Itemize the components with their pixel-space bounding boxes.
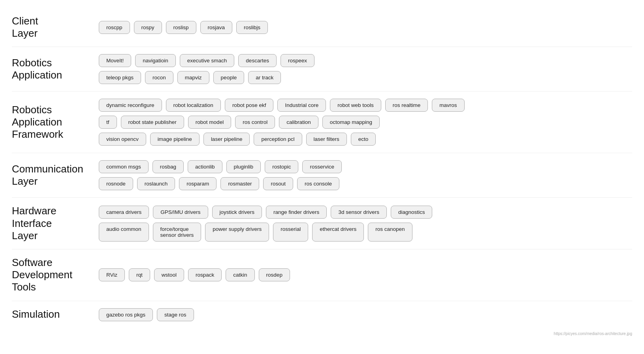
chip-joystick-drivers[interactable]: joystick drivers bbox=[212, 206, 262, 219]
chip-row-client-0: roscpprospyroslisprosjavaroslibjs bbox=[99, 21, 268, 34]
chip-roslaunch[interactable]: roslaunch bbox=[137, 177, 175, 190]
chip-rostopic[interactable]: rostopic bbox=[265, 160, 298, 173]
layer-robotics-application-framework: Robotics Application Frameworkdynamic re… bbox=[12, 92, 632, 153]
chip-descartes[interactable]: descartes bbox=[238, 54, 277, 67]
chip-dynamic-reconfigure[interactable]: dynamic reconfigure bbox=[99, 99, 162, 112]
chip-row-communication-1: rosnoderoslaunchrosparamrosmasterrosoutr… bbox=[99, 177, 342, 190]
chip-executive-smach[interactable]: executive smach bbox=[180, 54, 235, 67]
chip-force/torque-sensor-drivers[interactable]: force/torque sensor drivers bbox=[153, 223, 201, 242]
chip-perception-pcl[interactable]: perception pcl bbox=[254, 133, 302, 146]
chip-row-simulation-0: gazebo ros pkgsstage ros bbox=[99, 308, 194, 321]
chip-row-hardware-interface-0: camera driversGPS/IMU driversjoystick dr… bbox=[99, 206, 432, 219]
layer-client: Client Layerroscpprospyroslisprosjavaros… bbox=[12, 8, 632, 47]
chip-row-hardware-interface-1: audio commonforce/torque sensor driversp… bbox=[99, 223, 432, 242]
chip-pluginlib[interactable]: pluginlib bbox=[226, 160, 261, 173]
chip-row-robotics-application-framework-2: vision opencvimage pipelinelaser pipelin… bbox=[99, 133, 465, 146]
chip-rosnode[interactable]: rosnode bbox=[99, 177, 133, 190]
chip-robot-pose-ekf[interactable]: robot pose ekf bbox=[225, 99, 274, 112]
chip-rospack[interactable]: rospack bbox=[188, 268, 222, 281]
chip-rosbag[interactable]: rosbag bbox=[153, 160, 184, 173]
chip-power-supply-drivers[interactable]: power supply drivers bbox=[205, 223, 269, 242]
chip-common-msgs[interactable]: common msgs bbox=[99, 160, 149, 173]
chip-rosdep[interactable]: rosdep bbox=[259, 268, 290, 281]
layer-label-robotics-application: Robotics Application bbox=[12, 57, 99, 81]
chip-calibration[interactable]: calibration bbox=[279, 116, 318, 129]
layer-content-robotics-application-framework: dynamic reconfigurerobot localizationrob… bbox=[99, 99, 465, 146]
chip-3d-sensor-drivers[interactable]: 3d sensor drivers bbox=[331, 206, 387, 219]
chip-actionlib[interactable]: actionlib bbox=[188, 160, 222, 173]
chip-wstool[interactable]: wstool bbox=[154, 268, 184, 281]
chip-octomap-mapping[interactable]: octomap mapping bbox=[322, 116, 380, 129]
chip-mavros[interactable]: mavros bbox=[432, 99, 464, 112]
chip-row-robotics-application-1: teleop pkgsroconmapvizpeoplear track bbox=[99, 71, 314, 84]
layer-label-hardware-interface: Hardware Interface Layer bbox=[12, 205, 99, 242]
chip-row-robotics-application-framework-1: tfrobot state publisherrobot modelros co… bbox=[99, 116, 465, 129]
chip-roscpp[interactable]: roscpp bbox=[99, 21, 130, 34]
layer-content-software-dev: RVizrqtwstoolrospackcatkinrosdep bbox=[99, 268, 290, 281]
chip-teleop-pkgs[interactable]: teleop pkgs bbox=[99, 71, 141, 84]
layer-hardware-interface: Hardware Interface Layercamera driversGP… bbox=[12, 198, 632, 249]
chip-ros-realtime[interactable]: ros realtime bbox=[385, 99, 428, 112]
chip-laser-filters[interactable]: laser filters bbox=[306, 133, 347, 146]
chip-row-robotics-application-framework-0: dynamic reconfigurerobot localizationrob… bbox=[99, 99, 465, 112]
chip-row-robotics-application-0: MoveIt!navigatioinexecutive smachdescart… bbox=[99, 54, 314, 67]
chip-rospeex[interactable]: rospeex bbox=[281, 54, 314, 67]
chip-ros-canopen[interactable]: ros canopen bbox=[368, 223, 412, 242]
layer-label-software-dev: Software Development Tools bbox=[12, 257, 99, 294]
chip-gazebo-ros-pkgs[interactable]: gazebo ros pkgs bbox=[99, 308, 153, 321]
chip-catkin[interactable]: catkin bbox=[226, 268, 254, 281]
chip-rospy[interactable]: rospy bbox=[134, 21, 162, 34]
url-credit: https://picyes.com/media/ros-architectur… bbox=[12, 332, 632, 336]
layer-content-client: roscpprospyroslisprosjavaroslibjs bbox=[99, 21, 268, 34]
chip-row-communication-0: common msgsrosbagactionlibpluginlibrosto… bbox=[99, 160, 342, 173]
chip-camera-drivers[interactable]: camera drivers bbox=[99, 206, 149, 219]
chip-audio-common[interactable]: audio common bbox=[99, 223, 149, 242]
chip-navigatioin[interactable]: navigatioin bbox=[135, 54, 176, 67]
layer-simulation: Simulationgazebo ros pkgsstage ros bbox=[12, 301, 632, 328]
chip-ros-control[interactable]: ros control bbox=[235, 116, 275, 129]
chip-robot-localization[interactable]: robot localization bbox=[166, 99, 221, 112]
chip-tf[interactable]: tf bbox=[99, 116, 117, 129]
chip-ar-track[interactable]: ar track bbox=[248, 71, 281, 84]
chip-rosmaster[interactable]: rosmaster bbox=[220, 177, 259, 190]
layer-content-communication: common msgsrosbagactionlibpluginlibrosto… bbox=[99, 160, 342, 190]
layer-label-client: Client Layer bbox=[12, 15, 99, 39]
layer-label-simulation: Simulation bbox=[12, 308, 99, 320]
chip-range-finder-drivers[interactable]: range finder drivers bbox=[266, 206, 327, 219]
chip-mapviz[interactable]: mapviz bbox=[177, 71, 209, 84]
chip-laser-pipeline[interactable]: laser pipeline bbox=[203, 133, 250, 146]
chip-ecto[interactable]: ecto bbox=[351, 133, 376, 146]
chip-vision-opencv[interactable]: vision opencv bbox=[99, 133, 146, 146]
chip-people[interactable]: people bbox=[213, 71, 245, 84]
chip-row-software-dev-0: RVizrqtwstoolrospackcatkinrosdep bbox=[99, 268, 290, 281]
chip-moveit![interactable]: MoveIt! bbox=[99, 54, 131, 67]
chip-robot-web-tools[interactable]: robot web tools bbox=[330, 99, 381, 112]
chip-robot-state-publisher[interactable]: robot state publisher bbox=[121, 116, 184, 129]
chip-image-pipeline[interactable]: image pipeline bbox=[150, 133, 200, 146]
layer-label-communication: Communication Layer bbox=[12, 163, 99, 187]
layer-software-dev: Software Development ToolsRVizrqtwstoolr… bbox=[12, 249, 632, 301]
layer-communication: Communication Layercommon msgsrosbagacti… bbox=[12, 153, 632, 198]
layer-content-hardware-interface: camera driversGPS/IMU driversjoystick dr… bbox=[99, 206, 432, 242]
chip-stage-ros[interactable]: stage ros bbox=[157, 308, 194, 321]
chip-rosout[interactable]: rosout bbox=[263, 177, 293, 190]
layer-content-robotics-application: MoveIt!navigatioinexecutive smachdescart… bbox=[99, 54, 314, 84]
chip-gps/imu-drivers[interactable]: GPS/IMU drivers bbox=[153, 206, 208, 219]
chip-roslibjs[interactable]: roslibjs bbox=[236, 21, 268, 34]
chip-rosserial[interactable]: rosserial bbox=[273, 223, 308, 242]
chip-rqt[interactable]: rqt bbox=[129, 268, 150, 281]
chip-robot-model[interactable]: robot model bbox=[188, 116, 231, 129]
chip-ethercat-drivers[interactable]: ethercat drivers bbox=[312, 223, 364, 242]
layer-content-simulation: gazebo ros pkgsstage ros bbox=[99, 308, 194, 321]
chip-ros-console[interactable]: ros console bbox=[297, 177, 339, 190]
chip-rosparam[interactable]: rosparam bbox=[179, 177, 217, 190]
chip-rocon[interactable]: rocon bbox=[145, 71, 173, 84]
chip-rosservice[interactable]: rosservice bbox=[302, 160, 342, 173]
layer-robotics-application: Robotics ApplicationMoveIt!navigatioinex… bbox=[12, 47, 632, 92]
chip-roslisp[interactable]: roslisp bbox=[166, 21, 196, 34]
chip-industrial-core[interactable]: Industrial core bbox=[277, 99, 326, 112]
chip-rosjava[interactable]: rosjava bbox=[200, 21, 233, 34]
layer-label-robotics-application-framework: Robotics Application Framework bbox=[12, 104, 99, 141]
chip-rviz[interactable]: RViz bbox=[99, 268, 125, 281]
chip-diagnostics[interactable]: diagnostics bbox=[391, 206, 433, 219]
